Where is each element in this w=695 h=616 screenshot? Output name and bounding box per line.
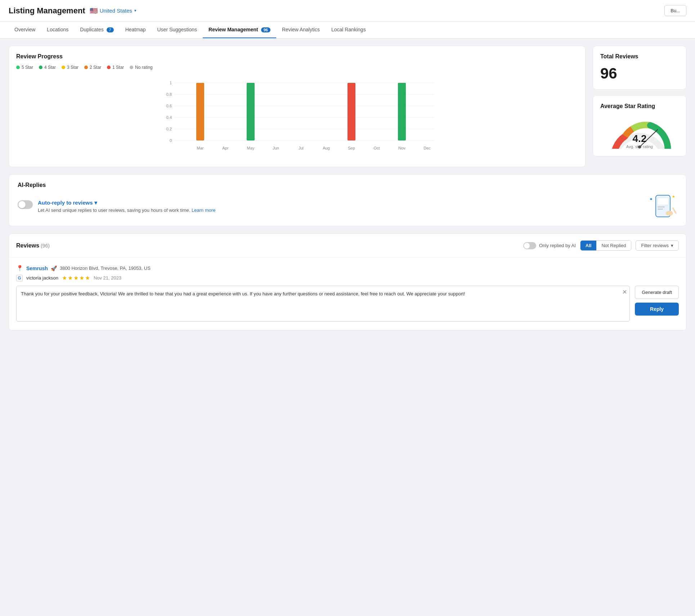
ai-auto-reply-toggle[interactable] (18, 200, 33, 209)
nav-review-management[interactable]: Review Management 96 (203, 22, 276, 38)
legend-norating: No rating (130, 65, 153, 70)
main-nav: Overview Locations Duplicates 7 Heatmap … (0, 22, 695, 39)
reply-actions: Generate draft Reply (635, 286, 679, 316)
star-1: ★ (62, 274, 67, 281)
nav-user-suggestions[interactable]: User Suggestions (152, 22, 203, 38)
nav-review-analytics[interactable]: Review Analytics (276, 22, 326, 38)
bulk-button[interactable]: Bu... (664, 5, 686, 16)
reply-tab-group: All Not Replied (580, 240, 632, 251)
ai-description: Let AI send unique replies to user revie… (38, 207, 216, 213)
svg-text:Oct: Oct (373, 146, 380, 150)
auto-reply-link[interactable]: Auto-reply to reviews ▾ (38, 200, 216, 206)
chevron-down-icon: ▾ (94, 200, 97, 206)
svg-text:Dec: Dec (423, 146, 431, 150)
bar-mar (196, 83, 204, 140)
reviews-title: Reviews (16, 242, 39, 249)
chart-container: 1 0.8 0.6 0.4 0.2 0 (16, 76, 578, 160)
gauge-label: Avg. star rating (626, 144, 653, 149)
svg-rect-27 (658, 209, 663, 210)
svg-text:Apr: Apr (222, 146, 228, 150)
legend-1star: 1 Star (107, 65, 124, 70)
location-name[interactable]: Semrush (26, 265, 48, 271)
legend-label-2star: 2 Star (90, 65, 101, 70)
toggle-sm-thumb (524, 243, 530, 249)
only-ai-toggle-wrap: Only replied by AI (523, 242, 576, 249)
generate-draft-button[interactable]: Generate draft (635, 286, 679, 299)
bar-sep (348, 83, 355, 140)
svg-text:0.2: 0.2 (166, 127, 172, 131)
nav-overview[interactable]: Overview (9, 22, 41, 38)
reviews-count: (96) (41, 243, 50, 249)
legend-label-norating: No rating (135, 65, 153, 70)
review-item: 📍 Semrush 🚀 3800 Horizon Blvd, Trevose, … (9, 258, 686, 330)
header: Listing Management 🇺🇸 United States ▾ Bu… (0, 0, 695, 22)
only-ai-toggle[interactable] (523, 242, 536, 249)
svg-text:✦: ✦ (649, 197, 653, 202)
reviewer-name: victoria jackson (26, 275, 58, 281)
nav-locations[interactable]: Locations (41, 22, 74, 38)
legend-5star: 5 Star (16, 65, 33, 70)
chevron-down-icon: ▾ (134, 8, 136, 13)
legend-dot-4star (39, 66, 42, 69)
location-pin-icon: 📍 (16, 265, 23, 272)
ai-desc-text: Let AI send unique replies to user revie… (38, 207, 190, 213)
reply-button[interactable]: Reply (635, 303, 679, 316)
gauge-wrap: 4.2 Avg. star rating (607, 115, 672, 149)
nav-duplicates[interactable]: Duplicates 7 (74, 22, 119, 38)
right-column: Total Reviews 96 Average Star Rating (593, 46, 686, 167)
star-4: ★ (79, 274, 84, 281)
svg-text:0: 0 (170, 138, 172, 143)
gauge-container: 4.2 Avg. star rating (600, 115, 679, 149)
top-row: Review Progress 5 Star 4 Star 3 Star 2 S… (9, 46, 686, 167)
nav-heatmap[interactable]: Heatmap (120, 22, 152, 38)
reply-box-wrap: Thank you for your positive feedback, Vi… (16, 286, 679, 323)
ai-text-col: Auto-reply to reviews ▾ Let AI send uniq… (38, 200, 216, 213)
svg-text:Jun: Jun (273, 146, 279, 150)
reviews-filters: Only replied by AI All Not Replied Filte… (523, 240, 679, 251)
svg-text:0.6: 0.6 (166, 104, 172, 108)
reviews-title-wrap: Reviews (96) (16, 242, 50, 249)
total-reviews-value: 96 (600, 65, 679, 82)
main-content: Review Progress 5 Star 4 Star 3 Star 2 S… (0, 39, 695, 338)
chart-title: Review Progress (16, 53, 578, 60)
legend-label-1star: 1 Star (112, 65, 124, 70)
reviews-header: Reviews (96) Only replied by AI All Not … (9, 234, 686, 258)
ai-replies-inner: Auto-reply to reviews ▾ Let AI send uniq… (18, 193, 677, 219)
review-location: 📍 Semrush 🚀 3800 Horizon Blvd, Trevose, … (16, 265, 679, 272)
gauge-value: 4.2 Avg. star rating (626, 133, 653, 149)
tab-all[interactable]: All (580, 241, 597, 250)
svg-rect-26 (658, 206, 665, 207)
only-ai-label: Only replied by AI (539, 243, 576, 248)
duplicates-badge: 7 (107, 27, 114, 32)
ai-illustration: ✦ ★ (649, 193, 677, 219)
reply-textarea[interactable]: Thank you for your positive feedback, Vi… (16, 286, 630, 322)
review-meta: G victoria jackson ★ ★ ★ ★ ★ Nov 21, 202… (16, 274, 679, 281)
svg-text:Aug: Aug (323, 146, 330, 150)
legend-dot-1star (107, 66, 111, 69)
star-rating: ★ ★ ★ ★ ★ (62, 274, 90, 281)
svg-point-28 (666, 211, 673, 216)
reply-textarea-wrap: Thank you for your positive feedback, Vi… (16, 286, 630, 323)
review-progress-card: Review Progress 5 Star 4 Star 3 Star 2 S… (9, 46, 586, 167)
toggle-thumb (18, 201, 26, 208)
close-reply-button[interactable]: ✕ (622, 289, 627, 295)
svg-text:Nov: Nov (398, 146, 405, 150)
svg-text:1: 1 (170, 81, 172, 85)
total-reviews-title: Total Reviews (600, 53, 679, 60)
svg-text:May: May (247, 146, 255, 150)
nav-local-rankings[interactable]: Local Rankings (326, 22, 372, 38)
bar-may (247, 83, 255, 140)
legend-dot-5star (16, 66, 20, 69)
country-selector[interactable]: 🇺🇸 United States ▾ (90, 7, 136, 15)
learn-more-link[interactable]: Learn more (192, 207, 215, 213)
filter-reviews-button[interactable]: Filter reviews ▾ (636, 240, 679, 251)
avg-rating-title: Average Star Rating (600, 103, 679, 110)
ai-toggle-wrap: Auto-reply to reviews ▾ Let AI send uniq… (18, 200, 643, 213)
star-3: ★ (73, 274, 79, 281)
legend-dot-2star (84, 66, 88, 69)
svg-text:Jul: Jul (299, 146, 304, 150)
svg-text:0.4: 0.4 (166, 115, 172, 120)
tab-not-replied[interactable]: Not Replied (596, 241, 631, 250)
svg-text:0.8: 0.8 (166, 92, 172, 97)
svg-rect-25 (658, 198, 668, 205)
